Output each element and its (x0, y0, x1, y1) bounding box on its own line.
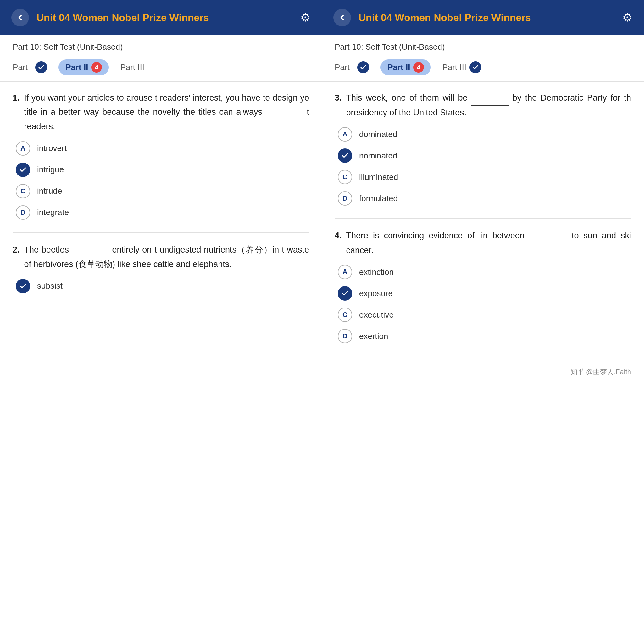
left-q2-circle-b (16, 279, 30, 293)
right-q4-label-a: extinction (359, 267, 394, 277)
left-q1-circle-b (16, 163, 30, 177)
left-header-icon: ⚙ (300, 11, 310, 24)
left-tab-part2[interactable]: Part II 4 (58, 59, 109, 75)
right-q3-label-d: formulated (359, 194, 398, 203)
right-q3-options: A dominated nominated C illuminated (335, 127, 631, 206)
left-tabs: Part I Part II 4 Part III (0, 55, 322, 82)
left-question-2: 2. The beetles entirely on t undigested … (13, 243, 309, 293)
left-q1-label-b: intrigue (37, 165, 64, 175)
right-q4-circle-c: C (338, 308, 352, 322)
left-q1-label-c: intrude (37, 186, 62, 196)
left-q1-label-d: integrate (37, 208, 69, 217)
right-part2-badge: 4 (413, 62, 424, 73)
right-q3-option-c[interactable]: C illuminated (338, 170, 631, 184)
right-header: Unit 04 Women Nobel Prize Winners ⚙ (322, 0, 644, 35)
left-q1-option-b[interactable]: intrigue (16, 163, 309, 177)
right-divider-1 (335, 218, 631, 219)
left-q1-circle-a: A (16, 141, 30, 156)
right-question-4: 4. There is convincing evidence of lin b… (335, 229, 631, 343)
left-q2-option-b[interactable]: subsist (16, 279, 309, 293)
right-q4-label-b: exposure (359, 289, 393, 298)
left-header: Unit 04 Women Nobel Prize Winners ⚙ (0, 0, 322, 35)
left-part1-check (35, 61, 47, 73)
right-header-icon: ⚙ (622, 11, 632, 24)
right-q4-circle-a: A (338, 265, 352, 279)
left-tab-part2-label: Part II (65, 63, 88, 72)
right-q4-label-c: executive (359, 310, 394, 320)
left-q2-text: 2. The beetles entirely on t undigested … (13, 243, 309, 271)
right-tab-part1[interactable]: Part I (335, 61, 369, 73)
left-question-1: 1. If you want your articles to arouse t… (13, 91, 309, 220)
right-q3-circle-c: C (338, 170, 352, 184)
left-q2-body: The beetles entirely on t undigested nut… (24, 243, 309, 271)
left-q1-blank (266, 105, 303, 120)
right-question-3: 3. This week, one of them will be by the… (335, 91, 631, 206)
right-part1-check (357, 61, 369, 73)
left-q1-circle-d: D (16, 205, 30, 220)
right-q3-circle-a: A (338, 127, 352, 142)
right-q3-circle-b (338, 148, 352, 163)
right-q4-option-a[interactable]: A extinction (338, 265, 631, 279)
left-q1-body: If you want your articles to arouse t re… (24, 91, 309, 134)
left-tab-part3[interactable]: Part III (120, 63, 144, 72)
right-part3-check (469, 61, 481, 73)
left-tab-part1[interactable]: Part I (13, 61, 47, 73)
left-header-title: Unit 04 Women Nobel Prize Winners (36, 12, 293, 24)
watermark: 知乎 @由梦人.Faith (322, 365, 644, 382)
right-q4-circle-d: D (338, 329, 352, 343)
right-q3-label-b: nominated (359, 151, 397, 161)
right-q4-option-d[interactable]: D exertion (338, 329, 631, 343)
right-q3-option-a[interactable]: A dominated (338, 127, 631, 142)
left-q2-blank (72, 243, 109, 258)
right-q3-blank (471, 91, 509, 106)
left-q1-label-a: introvert (37, 143, 67, 153)
right-q3-label-c: illuminated (359, 172, 398, 182)
back-button-right[interactable] (333, 9, 351, 26)
right-q3-num: 3. (335, 91, 342, 119)
right-q4-option-c[interactable]: C executive (338, 308, 631, 322)
right-q4-options: A extinction exposure C executive (335, 265, 631, 343)
right-tab-part2-label: Part II (387, 63, 410, 72)
right-q3-option-b[interactable]: nominated (338, 148, 631, 163)
left-part-label: Part 10: Self Test (Unit-Based) (0, 35, 322, 55)
left-questions: 1. If you want your articles to arouse t… (0, 82, 322, 315)
right-q4-circle-b (338, 286, 352, 301)
left-q2-label-b: subsist (37, 281, 63, 291)
right-header-title: Unit 04 Women Nobel Prize Winners (358, 12, 615, 24)
right-part-label: Part 10: Self Test (Unit-Based) (322, 35, 644, 55)
right-tab-part1-label: Part I (335, 63, 354, 72)
right-tab-part3-label: Part III (442, 63, 466, 72)
right-q4-num: 4. (335, 229, 342, 257)
right-q4-option-b[interactable]: exposure (338, 286, 631, 301)
left-tab-part3-label: Part III (120, 63, 144, 72)
left-q1-num: 1. (13, 91, 20, 134)
left-panel: Unit 04 Women Nobel Prize Winners ⚙ Part… (0, 0, 322, 644)
right-q4-blank (529, 229, 567, 243)
right-q3-body: This week, one of them will be by the De… (346, 91, 631, 119)
left-q1-circle-c: C (16, 184, 30, 198)
left-q1-text: 1. If you want your articles to arouse t… (13, 91, 309, 134)
right-tabs: Part I Part II 4 Part III (322, 55, 644, 82)
right-tab-part2[interactable]: Part II 4 (380, 59, 431, 75)
left-q1-option-c[interactable]: C intrude (16, 184, 309, 198)
right-q4-text: 4. There is convincing evidence of lin b… (335, 229, 631, 257)
right-tab-part3[interactable]: Part III (442, 61, 481, 73)
right-q3-text: 3. This week, one of them will be by the… (335, 91, 631, 119)
right-q3-circle-d: D (338, 191, 352, 206)
back-button-left[interactable] (11, 9, 29, 26)
right-q4-label-d: exertion (359, 331, 388, 341)
right-panel: Unit 04 Women Nobel Prize Winners ⚙ Part… (322, 0, 644, 644)
left-q2-num: 2. (13, 243, 20, 271)
left-q2-options: subsist (13, 279, 309, 293)
left-q1-option-d[interactable]: D integrate (16, 205, 309, 220)
left-divider-1 (13, 232, 309, 233)
left-q1-option-a[interactable]: A introvert (16, 141, 309, 156)
right-questions: 3. This week, one of them will be by the… (322, 82, 644, 365)
right-q3-label-a: dominated (359, 130, 397, 139)
right-q4-body: There is convincing evidence of lin betw… (346, 229, 631, 257)
left-tab-part1-label: Part I (13, 63, 32, 72)
right-q3-option-d[interactable]: D formulated (338, 191, 631, 206)
left-part2-badge: 4 (91, 62, 102, 73)
left-q1-options: A introvert intrigue C intrude D (13, 141, 309, 220)
